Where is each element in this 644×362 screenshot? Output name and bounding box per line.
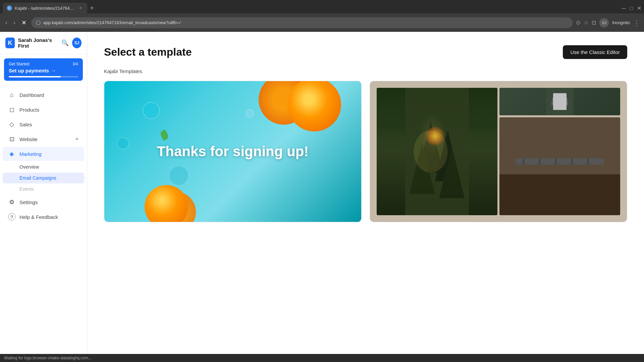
sidebar-item-label: Products (19, 107, 39, 113)
browser-actions: ⊙ ☆ ⊡ SJ Incognito ⋮ (576, 18, 640, 27)
template-text-overlay: Thanks for signing up! (157, 143, 309, 160)
sidebar-item-label: Sales (19, 122, 32, 127)
camp-pot-image (499, 88, 620, 115)
sidebar: K Sarah Jonas's First 🔍 SJ Get Started 3… (0, 32, 87, 354)
page-header: Select a template Use the Classic Editor (104, 45, 627, 59)
classic-editor-button[interactable]: Use the Classic Editor (563, 45, 627, 59)
sidebar-item-label: Help & Feedback (19, 214, 58, 220)
sidebar-item-help[interactable]: ? Help & Feedback (3, 210, 84, 224)
get-started-progress-bar: Get Started 3/4 (9, 62, 78, 66)
get-started-count: 3/4 (72, 62, 78, 66)
sidebar-item-label: Settings (19, 199, 38, 205)
status-bar: Waiting for logs.browser-intake-datadogh… (0, 354, 644, 362)
template-card-thanks-signup[interactable]: Thanks for signing up! (104, 81, 362, 222)
sidebar-navigation: ⌂ Dashboard ◻ Products ◇ Sales ⊡ Website… (0, 85, 87, 354)
svg-rect-8 (552, 99, 567, 104)
svg-rect-16 (516, 158, 604, 165)
help-icon: ? (8, 213, 15, 221)
bookmark-icon[interactable]: ☆ (584, 19, 588, 26)
close-window-button[interactable]: ✕ (637, 5, 641, 11)
camp-forest-image (377, 88, 497, 215)
website-icon: ⊡ (8, 135, 15, 143)
template-preview-2 (370, 81, 627, 222)
progress-fill (9, 76, 61, 77)
svg-point-7 (552, 101, 567, 106)
browser-chrome: K Kajabi - /admin/sites/214764716… × + ─… (0, 0, 644, 32)
settings-icon: ⚙ (8, 198, 15, 206)
get-started-title: Set up payments → (9, 68, 78, 73)
sidebar-item-label: Dashboard (19, 92, 44, 98)
sidebar-sub-item-label: Overview (19, 164, 39, 170)
status-text: Waiting for logs.browser-intake-datadogh… (4, 356, 92, 360)
tab-favicon: K (7, 5, 12, 11)
sidebar-item-events[interactable]: Events (3, 184, 84, 194)
tab-title: Kajabi - /admin/sites/214764716… (15, 6, 75, 11)
reload-button[interactable]: ✕ (20, 18, 28, 28)
svg-rect-6 (546, 88, 574, 115)
sidebar-item-overview[interactable]: Overview (3, 162, 84, 172)
tab-bar: K Kajabi - /admin/sites/214764716… × + ─… (0, 0, 644, 13)
site-name: Sarah Jonas's First (18, 37, 58, 49)
sidebar-item-website[interactable]: ⊡ Website 👁 (3, 132, 84, 146)
main-content: Select a template Use the Classic Editor… (87, 32, 644, 354)
section-label: Kajabi Templates (104, 68, 627, 74)
new-tab-button[interactable]: + (87, 4, 97, 12)
sidebar-item-label: Marketing (19, 151, 42, 157)
svg-point-12 (556, 107, 564, 109)
address-text: app.kajabi.com/admin/sites/2147647163/em… (43, 20, 182, 25)
app-wrapper: K Sarah Jonas's First 🔍 SJ Get Started 3… (0, 32, 644, 354)
navigation-bar: ‹ › ✕ app.kajabi.com/admin/sites/2147647… (0, 13, 644, 32)
address-bar[interactable]: app.kajabi.com/admin/sites/2147647163/em… (31, 17, 573, 28)
profile-button[interactable]: SJ (599, 18, 609, 27)
get-started-label: Get Started (9, 62, 29, 66)
sidebar-item-label: Website (19, 136, 38, 142)
sidebar-header: K Sarah Jonas's First 🔍 SJ (0, 32, 87, 54)
sidebar-item-sales[interactable]: ◇ Sales (3, 117, 84, 131)
search-button[interactable]: 🔍 (61, 39, 69, 47)
templates-grid: Thanks for signing up! (104, 81, 627, 222)
active-tab[interactable]: K Kajabi - /admin/sites/214764716… × (3, 3, 87, 13)
svg-rect-15 (499, 174, 620, 215)
sidebar-item-products[interactable]: ◻ Products (3, 103, 84, 117)
tab-close-button[interactable]: × (78, 5, 83, 11)
marketing-icon: ◈ (8, 150, 15, 158)
sidebar-sub-item-label: Email Campaigns (19, 175, 56, 181)
user-avatar[interactable]: SJ (72, 38, 82, 48)
svg-point-13 (557, 106, 562, 109)
page-title: Select a template (104, 46, 192, 58)
sidebar-item-settings[interactable]: ⚙ Settings (3, 195, 84, 209)
forward-button[interactable]: › (12, 18, 17, 27)
home-icon: ⌂ (8, 92, 15, 99)
sidebar-logo[interactable]: K (5, 38, 15, 48)
arrow-icon: → (51, 68, 56, 73)
svg-point-9 (552, 97, 567, 101)
minimize-button[interactable]: ─ (622, 5, 626, 11)
incognito-label: Incognito (612, 20, 630, 25)
svg-rect-10 (551, 102, 553, 105)
svg-point-5 (414, 130, 447, 173)
products-icon: ◻ (8, 106, 15, 113)
sidebar-sub-item-label: Events (19, 186, 34, 192)
website-badge: 👁 (75, 137, 79, 141)
camp-ground-image (499, 117, 620, 215)
svg-rect-11 (567, 102, 568, 105)
sidebar-item-email-campaigns[interactable]: Email Campaigns (3, 173, 84, 183)
loading-spinner (36, 20, 41, 25)
get-started-banner[interactable]: Get Started 3/4 Set up payments → (4, 58, 83, 81)
sales-icon: ◇ (8, 121, 15, 128)
phone-mode-icon[interactable]: ⊡ (592, 19, 596, 26)
browser-menu-icon[interactable]: ⋮ (633, 19, 640, 27)
template-card-camping[interactable] (370, 81, 627, 222)
progress-bar (9, 76, 78, 77)
template-preview-1: Thanks for signing up! (104, 81, 361, 222)
sidebar-item-marketing[interactable]: ◈ Marketing (3, 147, 84, 161)
back-button[interactable]: ‹ (4, 18, 9, 27)
shield-icon: ⊙ (576, 19, 580, 26)
sidebar-item-dashboard[interactable]: ⌂ Dashboard (3, 88, 84, 102)
maximize-button[interactable]: □ (630, 5, 633, 11)
